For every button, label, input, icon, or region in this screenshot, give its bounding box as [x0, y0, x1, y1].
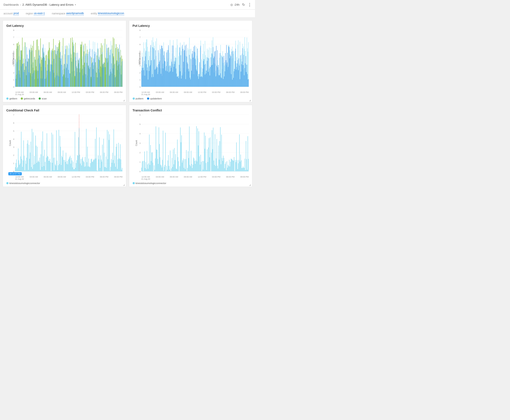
svg-rect-1094 — [169, 166, 169, 171]
svg-rect-894 — [39, 158, 40, 171]
svg-rect-942 — [68, 160, 69, 171]
panel-put-latency: Put Latency MilliSeconds 8 7 6 5 — [129, 20, 253, 102]
svg-rect-913 — [51, 171, 51, 171]
resize-handle-put-latency[interactable]: ◢ — [249, 99, 251, 101]
svg-rect-705 — [213, 58, 214, 87]
svg-rect-1179 — [220, 141, 220, 171]
svg-rect-697 — [211, 65, 212, 87]
svg-rect-921 — [56, 165, 56, 171]
svg-rect-954 — [75, 168, 76, 171]
filter-entity-value[interactable]: kinesistosumologiccon — [98, 12, 124, 15]
svg-rect-1078 — [159, 144, 160, 171]
svg-rect-605 — [187, 56, 187, 87]
svg-rect-1183 — [222, 158, 222, 171]
svg-rect-1070 — [154, 170, 155, 171]
svg-rect-910 — [49, 161, 50, 171]
dashboards-link[interactable]: Dashboards — [3, 3, 19, 6]
resize-handle-get-latency[interactable]: ◢ — [123, 99, 125, 101]
svg-rect-809 — [241, 64, 242, 87]
svg-rect-1202 — [233, 161, 234, 171]
svg-rect-868 — [24, 156, 24, 171]
svg-rect-1185 — [223, 156, 223, 171]
y-axis-label-conditional-check-fail: Count — [9, 140, 11, 146]
svg-rect-972 — [86, 129, 87, 171]
svg-rect-523 — [165, 61, 165, 87]
svg-rect-505 — [160, 60, 160, 87]
svg-rect-1018 — [114, 129, 114, 171]
legend-getrecords-label: getrecords — [24, 97, 35, 100]
svg-rect-1211 — [238, 160, 239, 171]
svg-rect-941 — [68, 164, 68, 171]
svg-rect-819 — [244, 75, 244, 87]
title-chevron-icon[interactable]: ▾ — [75, 3, 76, 6]
svg-rect-1021 — [115, 167, 116, 171]
svg-rect-965 — [82, 158, 82, 171]
svg-rect-757 — [227, 53, 228, 87]
time-range-selector[interactable]: ⊙ -24h — [230, 3, 240, 7]
svg-rect-918 — [54, 170, 54, 171]
svg-rect-1151 — [203, 169, 203, 171]
svg-rect-902 — [44, 150, 45, 171]
filter-namespace-value[interactable]: aws/dynamodb — [66, 12, 84, 15]
svg-rect-1188 — [225, 164, 225, 171]
legend-scan-dot — [39, 98, 41, 100]
svg-rect-1141 — [197, 161, 197, 171]
svg-rect-988 — [96, 158, 96, 171]
chart-transaction-conflict: Count 6 5 4 3 2 1 0 — [133, 115, 249, 180]
refresh-icon[interactable]: ↻ — [242, 3, 245, 7]
time-range-value[interactable]: -24h — [234, 3, 240, 6]
svg-rect-525 — [165, 61, 165, 87]
svg-rect-567 — [176, 74, 177, 87]
svg-rect-993 — [99, 159, 99, 171]
svg-rect-515 — [162, 48, 163, 87]
svg-rect-875 — [28, 170, 29, 171]
svg-rect-1221 — [244, 158, 245, 171]
svg-rect-767 — [230, 54, 230, 87]
svg-rect-633 — [194, 52, 194, 87]
svg-rect-521 — [164, 51, 164, 87]
filter-region-value[interactable]: us-east-1 — [34, 12, 45, 15]
svg-rect-565 — [175, 68, 176, 87]
svg-rect-709 — [214, 52, 215, 87]
svg-rect-573 — [178, 76, 178, 87]
svg-rect-787 — [235, 49, 236, 87]
filter-account-value[interactable]: prod — [14, 12, 19, 15]
svg-rect-445 — [144, 70, 144, 87]
svg-rect-937 — [65, 162, 66, 171]
svg-rect-915 — [52, 163, 53, 171]
svg-rect-865 — [22, 167, 23, 171]
svg-rect-853 — [15, 167, 15, 171]
y-axis-label-put-latency: MilliSeconds — [138, 52, 141, 65]
svg-text:8: 8 — [13, 29, 14, 31]
svg-rect-1069 — [154, 165, 154, 171]
svg-rect-481 — [153, 77, 153, 87]
svg-rect-765 — [229, 58, 230, 87]
svg-rect-975 — [88, 166, 88, 171]
more-options-icon[interactable]: ⋮ — [248, 3, 251, 7]
svg-rect-1189 — [225, 162, 226, 171]
svg-rect-561 — [175, 61, 175, 87]
svg-rect-491 — [156, 68, 156, 87]
svg-rect-1073 — [156, 149, 157, 171]
y-axis-label-transaction-conflict: Count — [135, 140, 137, 146]
filter-entity: entity kinesistosumologiccon — [91, 12, 124, 15]
svg-rect-677 — [206, 73, 206, 87]
svg-rect-1012 — [110, 171, 110, 171]
svg-rect-447 — [144, 61, 145, 87]
svg-rect-1123 — [186, 150, 187, 171]
svg-rect-1192 — [227, 168, 228, 171]
svg-rect-1197 — [230, 162, 231, 171]
svg-rect-912 — [50, 162, 51, 171]
svg-rect-1153 — [204, 132, 204, 171]
resize-handle-transaction-conflict[interactable]: ◢ — [249, 184, 251, 186]
svg-rect-1227 — [248, 159, 248, 171]
topbar-left: Dashboards › 2. AWS DynamoDB - Latency a… — [3, 3, 76, 6]
svg-rect-571 — [177, 77, 178, 87]
svg-rect-1011 — [109, 134, 110, 171]
svg-rect-1204 — [234, 171, 235, 171]
svg-rect-483 — [153, 48, 154, 87]
svg-rect-639 — [195, 65, 196, 87]
svg-rect-825 — [245, 56, 246, 87]
resize-handle-conditional-check-fail[interactable]: ◢ — [123, 184, 125, 186]
svg-rect-637 — [195, 59, 195, 87]
